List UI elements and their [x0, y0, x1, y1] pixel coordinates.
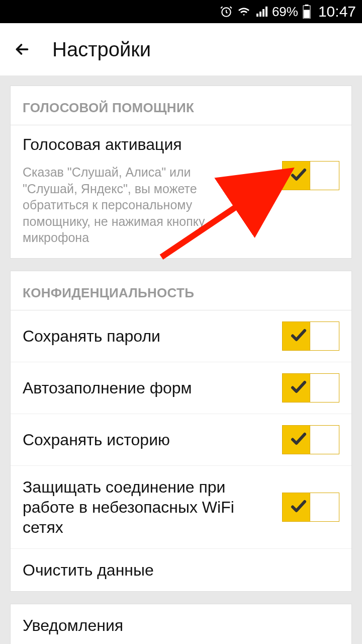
- svg-rect-3: [262, 9, 264, 17]
- battery-pct: 69%: [272, 4, 298, 20]
- svg-rect-7: [304, 10, 310, 18]
- section-header-privacy: КОНФИДЕНЦИАЛЬНОСТЬ: [11, 271, 351, 310]
- save-passwords-toggle[interactable]: [282, 321, 339, 351]
- battery-icon: [302, 5, 311, 19]
- wifi-icon: [237, 6, 251, 18]
- notifications-label: Уведомления: [23, 615, 339, 635]
- voice-activation-toggle[interactable]: [282, 161, 339, 190]
- voice-activation-desc: Сказав "Слушай, Алиса" или "Слушай, Янде…: [23, 164, 234, 246]
- signal-icon: [255, 6, 268, 18]
- autofill-toggle[interactable]: [282, 373, 339, 403]
- voice-activation-row: Сказав "Слушай, Алиса" или "Слушай, Янде…: [11, 154, 351, 258]
- status-bar: 69% 10:47: [0, 0, 362, 23]
- checkmark-icon: [290, 166, 308, 186]
- clock-time: 10:47: [318, 3, 356, 20]
- svg-rect-6: [305, 5, 308, 6]
- page-title: Настройки: [52, 38, 151, 61]
- protect-wifi-label: Защищать соединение при работе в небезоп…: [23, 477, 272, 537]
- content-area: ГОЛОСОВОЙ ПОМОЩНИК Голосовая активация С…: [0, 75, 362, 644]
- checkmark-icon: [290, 326, 308, 346]
- section-privacy: КОНФИДЕНЦИАЛЬНОСТЬ Сохранять пароли Авто…: [10, 271, 352, 592]
- save-history-label: Сохранять историю: [23, 430, 272, 450]
- autofill-label: Автозаполнение форм: [23, 378, 272, 398]
- save-history-row: Сохранять историю: [11, 414, 351, 466]
- autofill-row: Автозаполнение форм: [11, 362, 351, 414]
- clear-data-label: Очистить данные: [23, 560, 339, 580]
- checkmark-icon: [290, 497, 308, 517]
- back-button[interactable]: [12, 39, 32, 59]
- section-voice-assistant: ГОЛОСОВОЙ ПОМОЩНИК Голосовая активация С…: [10, 86, 352, 259]
- save-passwords-label: Сохранять пароли: [23, 326, 272, 346]
- toggle-knob: [310, 322, 339, 350]
- save-history-toggle[interactable]: [282, 425, 339, 454]
- alarm-icon: [220, 5, 233, 18]
- voice-activation-title: Голосовая активация: [23, 135, 339, 154]
- app-header: Настройки: [0, 23, 362, 75]
- svg-rect-4: [265, 7, 267, 17]
- save-passwords-row: Сохранять пароли: [11, 310, 351, 362]
- toggle-knob: [310, 426, 339, 454]
- notifications-row[interactable]: Уведомления: [11, 604, 351, 645]
- protect-wifi-toggle[interactable]: [282, 493, 339, 522]
- svg-rect-2: [259, 12, 261, 17]
- section-header-voice: ГОЛОСОВОЙ ПОМОЩНИК: [11, 86, 351, 125]
- voice-activation-title-row: Голосовая активация: [11, 125, 351, 154]
- toggle-knob: [310, 374, 339, 402]
- section-notifications: Уведомления: [10, 604, 352, 645]
- checkmark-icon: [290, 430, 308, 450]
- checkmark-icon: [290, 378, 308, 398]
- clear-data-row[interactable]: Очистить данные: [11, 549, 351, 591]
- svg-rect-1: [256, 14, 258, 17]
- toggle-knob: [310, 162, 339, 190]
- toggle-knob: [310, 493, 339, 521]
- protect-wifi-row: Защищать соединение при работе в небезоп…: [11, 466, 351, 549]
